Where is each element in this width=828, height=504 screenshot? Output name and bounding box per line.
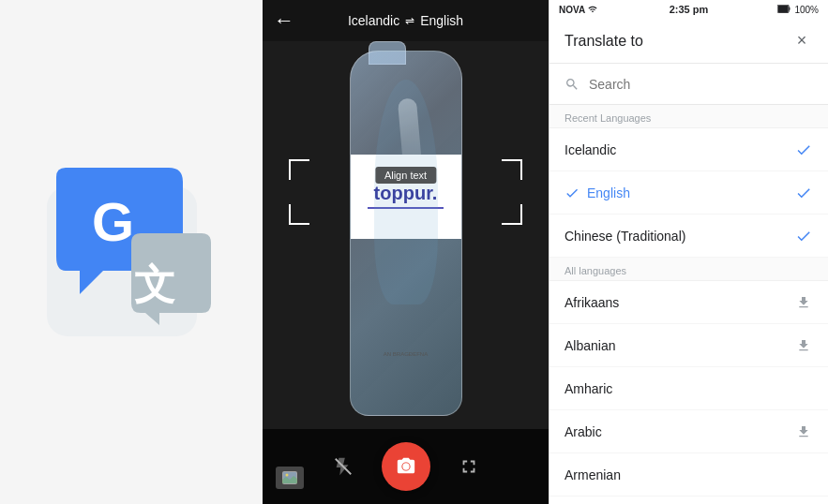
back-button[interactable]: ← bbox=[274, 8, 294, 33]
english-check bbox=[794, 184, 813, 202]
svg-point-7 bbox=[402, 463, 409, 469]
amharic-name: Amharic bbox=[565, 381, 612, 396]
svg-rect-9 bbox=[790, 7, 790, 10]
gallery-button[interactable] bbox=[276, 467, 304, 489]
language-item-chinese[interactable]: Chinese (Traditional) bbox=[549, 215, 828, 258]
afrikaans-name: Afrikaans bbox=[565, 295, 619, 310]
translate-to-header: Translate to × bbox=[549, 19, 828, 64]
close-button[interactable]: × bbox=[790, 30, 813, 52]
google-translate-logo: G 文 bbox=[47, 168, 216, 336]
albanian-download[interactable] bbox=[794, 336, 813, 355]
camera-scene: ← Icelandic ⇌ English toppur. AN BRAGÐEF… bbox=[263, 0, 549, 504]
bottle-sub: AN BRAGÐEFNA bbox=[355, 351, 457, 357]
camera-title: Icelandic ⇌ English bbox=[348, 13, 463, 28]
scan-corner-br bbox=[502, 204, 522, 225]
bottle-water bbox=[374, 80, 438, 304]
language-scroll-area[interactable]: Recent Languages Icelandic English Chine… bbox=[549, 105, 828, 504]
status-right: 100% bbox=[777, 5, 819, 15]
arabic-name: Arabic bbox=[565, 424, 602, 439]
svg-rect-10 bbox=[778, 6, 789, 12]
signal-label: NOVA bbox=[559, 5, 585, 15]
align-text-label: Align text bbox=[375, 167, 436, 184]
language-item-icelandic[interactable]: Icelandic bbox=[549, 128, 828, 171]
svg-text:G: G bbox=[92, 191, 134, 252]
english-name: English bbox=[587, 185, 630, 200]
language-item-amharic[interactable]: Amharic bbox=[549, 367, 828, 410]
english-left: English bbox=[565, 185, 630, 200]
search-input[interactable] bbox=[589, 77, 813, 92]
language-item-albanian[interactable]: Albanian bbox=[549, 324, 828, 367]
recent-section-header: Recent Languages bbox=[549, 105, 828, 128]
albanian-name: Albanian bbox=[565, 338, 616, 353]
chinese-check bbox=[794, 227, 813, 245]
language-item-armenian[interactable]: Armenian bbox=[549, 453, 828, 497]
battery-icon bbox=[777, 5, 790, 14]
scan-corner-tl bbox=[289, 159, 309, 180]
expand-button[interactable] bbox=[459, 456, 479, 477]
left-panel: G 文 bbox=[0, 0, 263, 504]
icelandic-left: Icelandic bbox=[565, 142, 616, 157]
target-language: English bbox=[420, 13, 463, 28]
svg-point-5 bbox=[286, 474, 289, 477]
english-selected-check bbox=[565, 185, 580, 200]
bottle-image: toppur. AN BRAGÐEFNA bbox=[331, 41, 481, 435]
icelandic-name: Icelandic bbox=[565, 142, 616, 157]
wifi-icon bbox=[588, 5, 597, 14]
language-item-afrikaans[interactable]: Afrikaans bbox=[549, 281, 828, 324]
afrikaans-download[interactable] bbox=[794, 293, 813, 312]
camera-panel: ← Icelandic ⇌ English toppur. AN BRAGÐEF… bbox=[263, 0, 549, 504]
status-bar: NOVA 2:35 pm 100% bbox=[549, 0, 828, 19]
time-label: 2:35 pm bbox=[670, 4, 709, 15]
swap-icon: ⇌ bbox=[405, 14, 414, 27]
all-section-header: All languages bbox=[549, 258, 828, 281]
icelandic-check bbox=[794, 141, 813, 159]
svg-text:文: 文 bbox=[134, 261, 175, 307]
language-item-arabic[interactable]: Arabic bbox=[549, 410, 828, 453]
language-item-english[interactable]: English bbox=[549, 171, 828, 215]
chinese-name: Chinese (Traditional) bbox=[565, 229, 685, 244]
panel-title: Translate to bbox=[565, 33, 643, 50]
source-language: Icelandic bbox=[348, 13, 399, 28]
armenian-name: Armenian bbox=[565, 467, 621, 482]
shutter-button[interactable] bbox=[382, 442, 430, 491]
camera-bottom-bar bbox=[263, 429, 549, 504]
camera-header: ← Icelandic ⇌ English bbox=[263, 0, 549, 41]
search-bar bbox=[549, 64, 828, 105]
battery-label: 100% bbox=[794, 5, 819, 15]
scan-corner-tr bbox=[502, 159, 522, 180]
search-icon bbox=[565, 77, 580, 92]
arabic-download[interactable] bbox=[794, 422, 813, 441]
chinese-left: Chinese (Traditional) bbox=[565, 229, 685, 244]
right-panel: NOVA 2:35 pm 100% Translate to × Recent … bbox=[549, 0, 828, 504]
scan-corner-bl bbox=[289, 204, 309, 225]
bottle-body: toppur. AN BRAGÐEFNA bbox=[350, 51, 462, 416]
flash-off-button[interactable] bbox=[333, 456, 354, 477]
status-left: NOVA bbox=[559, 5, 597, 15]
